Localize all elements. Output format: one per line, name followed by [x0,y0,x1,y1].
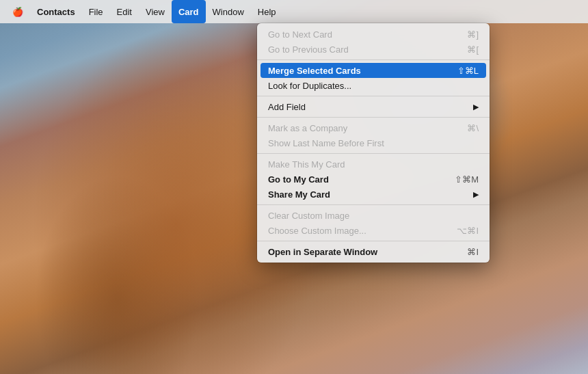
menu-make-my-card-label: Make This My Card [268,159,345,170]
menu-share-my-card-label: Share My Card [268,189,330,200]
menu-show-last-label: Show Last Name Before First [268,138,384,148]
menu-mark-company-label: Mark as a Company [268,123,347,133]
menu-mark-company-shortcut: ⌘\ [467,123,479,133]
apple-menu[interactable]: 🍎 [5,0,30,23]
menu-merge[interactable]: Merge Selected Cards ⇧⌘L [260,63,486,78]
menu-open-window-shortcut: ⌘I [467,247,479,257]
menubar-contacts[interactable]: Contacts [30,0,82,23]
menubar-edit[interactable]: Edit [110,0,139,23]
menu-go-my-card-label: Go to My Card [268,174,329,185]
menu-go-my-card[interactable]: Go to My Card ⇧⌘M [257,172,490,187]
menu-go-next-shortcut: ⌘] [467,29,479,40]
menubar-card[interactable]: Card [172,0,206,23]
menu-share-my-card[interactable]: Share My Card ▶ [257,187,490,202]
separator-3 [257,117,490,118]
menu-choose-image-label: Choose Custom Image... [268,226,366,236]
menu-clear-image-label: Clear Custom Image [268,211,349,221]
menu-duplicates-label: Look for Duplicates... [268,81,351,91]
separator-5 [257,204,490,205]
separator-4 [257,153,490,154]
menu-choose-image-shortcut: ⌥⌘I [457,226,479,236]
menubar-view[interactable]: View [139,0,172,23]
menubar: 🍎 Contacts File Edit View Card Window He… [0,0,588,23]
menu-mark-company[interactable]: Mark as a Company ⌘\ [257,120,490,135]
menubar-help[interactable]: Help [251,0,283,23]
separator-2 [257,96,490,96]
menu-go-next-label: Go to Next Card [268,29,332,40]
menu-merge-label: Merge Selected Cards [268,66,361,76]
menu-merge-shortcut: ⇧⌘L [457,66,479,76]
menu-open-window-label: Open in Separate Window [268,247,377,257]
menu-add-field-arrow: ▶ [473,103,479,111]
menubar-window[interactable]: Window [206,0,251,23]
menu-go-next[interactable]: Go to Next Card ⌘] [257,27,490,42]
menubar-file[interactable]: File [82,0,110,23]
menu-open-window[interactable]: Open in Separate Window ⌘I [257,244,490,259]
menu-add-field[interactable]: Add Field ▶ [257,99,490,114]
menu-go-prev[interactable]: Go to Previous Card ⌘[ [257,42,490,57]
menu-go-prev-label: Go to Previous Card [268,44,349,55]
menu-make-my-card[interactable]: Make This My Card [257,157,490,172]
separator-6 [257,241,490,241]
menu-clear-image[interactable]: Clear Custom Image [257,208,490,223]
menu-add-field-label: Add Field [268,102,306,112]
menu-duplicates[interactable]: Look for Duplicates... [257,78,490,93]
separator-1 [257,59,490,60]
menu-go-my-card-shortcut: ⇧⌘M [455,174,479,185]
menu-show-last[interactable]: Show Last Name Before First [257,135,490,150]
menu-choose-image[interactable]: Choose Custom Image... ⌥⌘I [257,223,490,238]
menu-go-prev-shortcut: ⌘[ [467,44,479,55]
menu-share-my-card-arrow: ▶ [473,190,479,199]
card-menu-dropdown: Go to Next Card ⌘] Go to Previous Card ⌘… [257,23,490,263]
